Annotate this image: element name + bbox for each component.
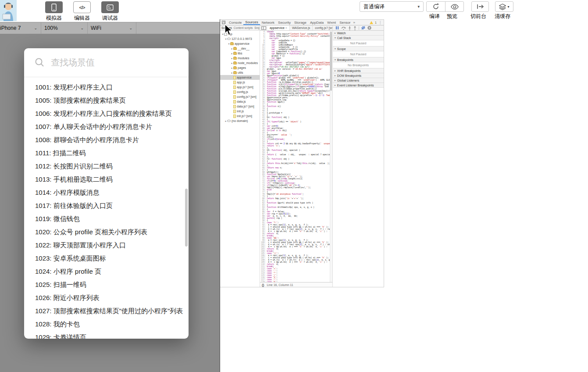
scene-list-item[interactable]: 1014: 小程序模版消息 <box>24 186 189 199</box>
scene-list-item[interactable]: 1028: 我的卡包 <box>24 318 189 331</box>
search-icon <box>35 57 45 68</box>
file-tree: ▾top▾127.0.0.1:9973▾appservice▸__dev__▸l… <box>220 31 260 287</box>
device-select[interactable]: iPhone 7 ⌄ <box>0 22 41 34</box>
scene-list-item[interactable]: 1011: 扫描二维码 <box>24 147 189 160</box>
scene-list-item[interactable]: 1007: 单人聊天会话中的小程序消息卡片 <box>24 120 189 133</box>
scene-list-item[interactable]: 1024: 小程序 profile 页 <box>24 265 189 278</box>
tree-item[interactable]: ▸utils <box>220 70 260 75</box>
devtools-tab-console[interactable]: Console <box>227 20 243 25</box>
scene-list-item[interactable]: 1005: 顶部搜索框的搜索结果页 <box>24 94 189 107</box>
scene-list-item[interactable]: 1019: 微信钱包 <box>24 212 189 225</box>
debug-section-watch[interactable]: ▸Watch <box>333 31 384 36</box>
scene-list-item[interactable]: 1012: 长按图片识别二维码 <box>24 160 189 173</box>
debug-section-global-listeners[interactable]: ▸Global Listeners <box>333 78 384 83</box>
tree-item[interactable]: ▾top <box>220 32 260 36</box>
code-viewport[interactable]: 4<head>5 <meta http-equiv="Content-Type"… <box>260 31 332 282</box>
tree-item[interactable]: ▸(no domain) <box>220 118 260 123</box>
scene-list-item[interactable]: 1017: 前往体验版的入口页 <box>24 199 189 212</box>
navigator-toggle-icon[interactable] <box>261 26 266 30</box>
modal-scrollbar[interactable] <box>185 189 188 247</box>
scene-list-item[interactable]: 1029: 卡券详情页 <box>24 331 189 339</box>
switch-foreground-button[interactable] <box>471 1 489 12</box>
tree-item[interactable]: ▸modules <box>220 56 260 61</box>
tree-item[interactable]: app.js <box>220 80 260 85</box>
tool-toggle-group: 模拟器 </> 编辑器 调试器 <box>44 1 120 22</box>
debug-section-scope[interactable]: ▾Scope <box>333 46 384 51</box>
scene-list-item[interactable]: 1022: 聊天顶部置顶小程序入口 <box>24 239 189 252</box>
step-over-icon[interactable] <box>341 26 346 30</box>
kebab-menu-icon[interactable]: ⋮ <box>378 21 382 25</box>
navigator-tab-snippets[interactable]: Snippets <box>254 26 260 29</box>
pause-icon[interactable] <box>335 26 339 30</box>
devtools-tab-sources[interactable]: Sources <box>243 20 260 25</box>
devtools-tab-storage[interactable]: Storage <box>292 20 308 25</box>
file-tab[interactable]: WAService.js <box>290 25 313 30</box>
scene-search-input[interactable] <box>51 57 174 68</box>
scene-list-item[interactable]: 1001: 发现栏小程序主入口 <box>24 81 189 94</box>
scene-list-item[interactable]: 1013: 手机相册选取二维码 <box>24 173 189 186</box>
scene-list-item[interactable]: 1008: 群聊会话中的小程序消息卡片 <box>24 133 189 147</box>
scene-list-item[interactable]: 1006: 发现栏小程序主入口搜索框的搜索结果页 <box>24 107 189 120</box>
compile-button[interactable] <box>427 2 445 11</box>
tree-item[interactable]: ▸node_modules <box>220 61 260 65</box>
compile-mode-select[interactable]: 普通编译 ▾ <box>360 1 424 12</box>
tree-item[interactable]: ▸libs <box>220 51 260 56</box>
warning-icon[interactable] <box>370 21 373 24</box>
toggle-device-toolbar-icon[interactable] <box>222 21 225 24</box>
debugger-icon <box>107 4 114 11</box>
deactivate-breakpoints-icon[interactable] <box>361 26 365 30</box>
network-select[interactable]: WiFi ⌄ <box>88 22 136 34</box>
folder-icon <box>233 52 237 55</box>
tree-item[interactable]: config.js? [sm] <box>220 94 260 99</box>
scene-list-item[interactable]: 1026: 附近小程序列表 <box>24 291 189 304</box>
user-avatar[interactable] <box>0 0 17 21</box>
tree-item[interactable]: app.js? [sm] <box>220 85 260 89</box>
debug-section-breakpoints[interactable]: ▾Breakpoints <box>333 57 384 62</box>
editor-toggle-button[interactable]: </> 编辑器 <box>72 1 92 22</box>
devtools-tab-security[interactable]: Security <box>276 20 292 25</box>
close-icon[interactable]: × <box>285 26 287 29</box>
editor-scrollbar[interactable] <box>330 31 332 282</box>
more-tabs-icon[interactable]: » <box>353 21 355 25</box>
tree-item[interactable]: ▸pages <box>220 65 260 70</box>
file-tab[interactable]: appservice× <box>267 25 290 30</box>
scene-list-item[interactable]: 1027: 顶部搜索框搜索结果页"使用过的小程序"列表 <box>24 304 189 318</box>
pause-on-exceptions-icon[interactable] <box>367 26 371 30</box>
avatar-illustration <box>0 0 17 21</box>
cloud-icon <box>227 38 231 40</box>
debug-section-xhr-breakpoints[interactable]: ▸XHR Breakpoints <box>333 68 384 73</box>
zoom-select[interactable]: 100% ⌄ <box>41 22 88 34</box>
cloud-icon <box>227 120 231 122</box>
debugger-toggle-button[interactable]: 调试器 <box>100 1 120 22</box>
devtools-tab-wxml[interactable]: Wxml <box>325 20 338 25</box>
scene-list-item[interactable]: 1020: 公众号 profile 页相关小程序列表 <box>24 225 189 239</box>
devtools-tab-sensor[interactable]: Sensor <box>338 20 352 25</box>
devtools-tab-appdata[interactable]: AppData <box>308 20 325 25</box>
debug-section-dom-breakpoints[interactable]: ▸DOM Breakpoints <box>333 73 384 78</box>
code-lines: 4<head>5 <meta http-equiv="Content-Type"… <box>260 31 332 282</box>
tree-item[interactable]: appservice <box>220 75 260 80</box>
tree-item[interactable]: init.js <box>220 109 260 114</box>
scene-list-item[interactable]: 1023: 安卓系统桌面图标 <box>24 252 189 265</box>
navigator-tab-sources[interactable]: Sources <box>221 26 232 29</box>
preview-button[interactable] <box>445 2 463 11</box>
file-icon <box>233 81 236 84</box>
tree-item[interactable]: ▾appservice <box>220 41 260 46</box>
scene-list-item[interactable]: 1025: 扫描一维码 <box>24 278 189 291</box>
devtools-tab-network[interactable]: Network <box>260 20 276 25</box>
tree-item[interactable]: config.js <box>220 89 260 94</box>
clear-cache-button[interactable]: ▾ <box>495 1 513 12</box>
tree-item[interactable]: data.js? [sm] <box>220 104 260 109</box>
tree-item[interactable]: ▸__dev__ <box>220 46 260 51</box>
simulator-toggle-button[interactable]: 模拟器 <box>44 1 64 22</box>
tree-item[interactable]: ▾127.0.0.1:9973 <box>220 36 260 41</box>
step-into-icon[interactable] <box>348 26 351 30</box>
debug-section-event-listener-breakpoints[interactable]: ▸Event Listener Breakpoints <box>333 83 384 88</box>
step-out-icon[interactable] <box>353 26 356 30</box>
debug-section-call-stack[interactable]: ▾Call Stack <box>333 36 384 40</box>
navigator-tab-content-scripts[interactable]: Content scripts <box>234 26 253 29</box>
format-button[interactable]: {} <box>262 283 264 286</box>
tree-item[interactable]: data.js <box>220 99 260 104</box>
file-tab[interactable]: config.js? [sm] <box>313 25 332 30</box>
tree-item[interactable]: init.js? [sm] <box>220 114 260 118</box>
